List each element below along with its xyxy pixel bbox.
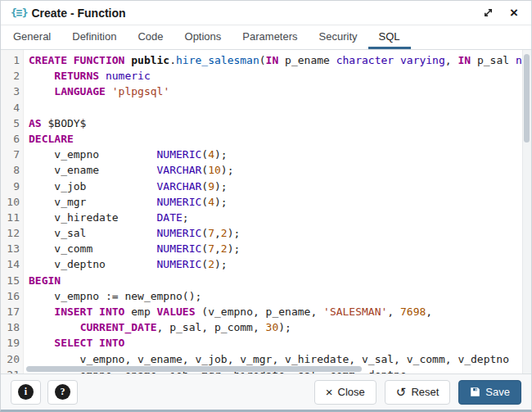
code-line: CURRENT_DATE, p_sal, p_comm, 30);: [29, 319, 531, 335]
line-number: 9: [1, 179, 20, 194]
horizontal-scrollbar-thumb[interactable]: [26, 366, 362, 372]
line-number: 17: [1, 304, 20, 319]
code-line: RETURNS numeric: [29, 68, 531, 84]
help-button[interactable]: ?: [47, 380, 78, 405]
create-function-dialog: {≡} Create - Function × GeneralDefinitio…: [0, 0, 532, 412]
tab-bar: GeneralDefinitionCodeOptionsParametersSe…: [1, 25, 531, 50]
help-icon: ?: [55, 384, 70, 400]
line-number: 12: [1, 225, 20, 241]
code-line: v_empno := new_empno();: [29, 288, 531, 304]
line-number: 7: [1, 147, 20, 162]
tab-sql[interactable]: SQL: [368, 25, 411, 49]
tab-parameters[interactable]: Parameters: [232, 25, 308, 49]
line-number: 2: [1, 68, 20, 84]
save-button[interactable]: Save: [458, 380, 521, 405]
close-icon[interactable]: ×: [507, 6, 521, 20]
x-icon: ×: [326, 386, 333, 398]
save-icon: [470, 387, 480, 397]
code-line: CREATE FUNCTION public.hire_salesman(IN …: [29, 52, 531, 68]
sql-editor[interactable]: 123456789101112131415161718192021 CREATE…: [1, 50, 531, 374]
titlebar-actions: ×: [480, 6, 521, 20]
line-number: 14: [1, 256, 20, 272]
line-number: 4: [1, 100, 20, 115]
dialog-title: Create - Function: [31, 7, 125, 20]
reset-button-label: Reset: [411, 386, 439, 398]
vertical-scrollbar-thumb[interactable]: [524, 54, 530, 143]
line-number: 6: [1, 131, 20, 147]
tab-options[interactable]: Options: [174, 25, 232, 49]
code-line: v_empno NUMERIC(4);: [29, 147, 531, 162]
maximize-arrow-glyph: [483, 7, 494, 18]
line-number: 1: [1, 52, 20, 68]
reset-button[interactable]: ↺ Reset: [385, 380, 451, 405]
save-button-label: Save: [485, 386, 510, 398]
code-area[interactable]: CREATE FUNCTION public.hire_salesman(IN …: [24, 50, 531, 374]
line-number: 18: [1, 319, 20, 335]
vertical-scrollbar-track: [522, 50, 531, 374]
code-line: v_hiredate DATE;: [29, 210, 531, 225]
line-number: 19: [1, 335, 20, 351]
reset-icon: ↺: [396, 386, 407, 398]
code-line: INSERT INTO emp VALUES (v_empno, p_ename…: [29, 304, 531, 319]
code-line: v_mgr NUMERIC(4);: [29, 194, 531, 210]
line-number: 20: [1, 351, 20, 367]
title-bar: {≡} Create - Function ×: [1, 1, 531, 25]
line-number: 15: [1, 273, 20, 288]
tab-general[interactable]: General: [2, 25, 61, 49]
code-line: [29, 100, 531, 115]
code-line: BEGIN: [29, 273, 531, 288]
code-line: v_deptno NUMERIC(2);: [29, 256, 531, 272]
code-line: LANGUAGE 'plpgsql': [29, 84, 531, 99]
info-button[interactable]: i: [11, 380, 41, 405]
code-line: v_job VARCHAR(9);: [29, 179, 531, 194]
line-number: 5: [1, 115, 20, 131]
code-line: DECLARE: [29, 131, 531, 147]
code-line: AS $BODY$: [29, 115, 531, 131]
line-number: 8: [1, 162, 20, 178]
close-button[interactable]: × Close: [314, 380, 376, 405]
tab-security[interactable]: Security: [309, 25, 368, 49]
code-line: v_comm NUMERIC(7,2);: [29, 241, 531, 256]
line-number: 11: [1, 210, 20, 225]
code-line: SELECT INTO: [29, 335, 531, 351]
footer-actions: × Close ↺ Reset Save: [314, 380, 521, 405]
code-line: v_ename VARCHAR(10);: [29, 162, 531, 178]
function-icon: {≡}: [11, 7, 27, 19]
code-line: v_sal NUMERIC(7,2);: [29, 225, 531, 241]
code-line: v_empno, v_ename, v_job, v_mgr, v_hireda…: [29, 351, 531, 367]
dialog-footer: i ? × Close ↺ Reset Save: [1, 374, 531, 410]
line-number: 10: [1, 194, 20, 210]
tab-code[interactable]: Code: [127, 25, 174, 49]
line-number: 21: [1, 367, 20, 374]
line-number: 13: [1, 241, 20, 256]
line-number: 3: [1, 84, 20, 99]
info-icon: i: [18, 384, 34, 400]
line-number: 16: [1, 288, 20, 304]
maximize-icon[interactable]: [480, 6, 495, 20]
line-number-gutter: 123456789101112131415161718192021: [1, 50, 24, 374]
close-button-label: Close: [338, 386, 365, 398]
tab-definition[interactable]: Definition: [61, 25, 127, 49]
